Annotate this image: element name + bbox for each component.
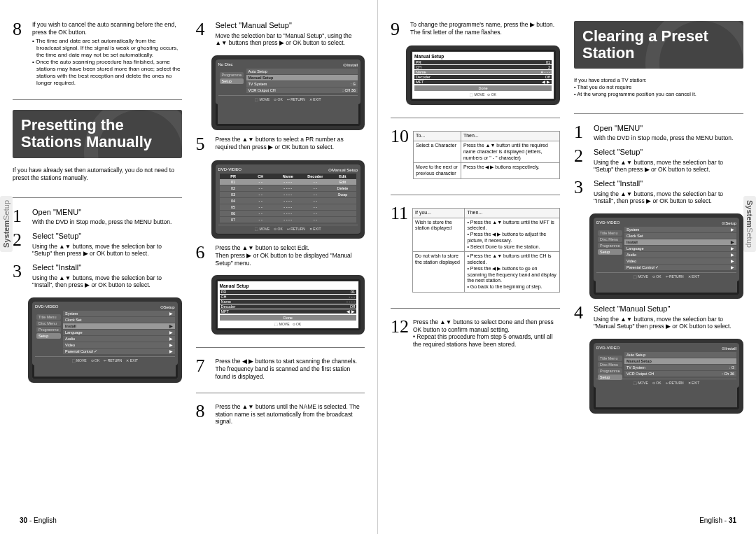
col-3: 9 To change the programme's name, press … <box>391 21 560 513</box>
page-30: SystemSetup 8 If you wish to cancel the … <box>0 0 378 534</box>
side-tab-system-r: System <box>746 200 754 227</box>
tv-pr-grid: DVD-VIDEO⊙Manual Setup PR CH Name Decode… <box>211 160 365 239</box>
step-9: 9 To change the programme's name, press … <box>391 21 560 37</box>
col-2: 4 Select "Manual Setup" Move the selecti… <box>196 21 365 513</box>
clearing-intro: If you have stored a TV station: • That … <box>574 77 743 97</box>
step-4-manual: 4 Select "Manual Setup" Move the selecti… <box>196 21 365 47</box>
step-11: 11 If you...Then... Wish to store the st… <box>391 205 560 295</box>
step-c2: 2 Select "Setup" Using the ▲▼ buttons, m… <box>574 148 743 174</box>
tv-install-menu-r: DVD-VIDEO⊙Setup Title Menu Disc Menu Pro… <box>589 213 743 299</box>
side-tab-left: SystemSetup <box>0 196 13 252</box>
side-tab-system: System <box>2 220 10 248</box>
tv-ms-box-6: Manual Setup PR01 CH- - - Name- - - - De… <box>211 275 365 335</box>
col-1: 8 If you wish to cancel the auto scannin… <box>13 21 182 513</box>
step-1-menu: 1 Open "MENU" With the DVD in Stop mode,… <box>13 208 182 226</box>
heading-presetting: Presetting the Stations Manually <box>13 110 182 157</box>
side-tab-right: SystemSetup <box>743 196 756 252</box>
step-c3: 3 Select "Install" Using the ▲▼ buttons,… <box>574 179 743 205</box>
step-c1: 1 Open "MENU" With the DVD in Stop mode,… <box>574 124 743 142</box>
table-10: To...Then... Select a CharacterPress the… <box>413 131 560 179</box>
tv-install-menu: DVD-VIDEO⊙Setup Title Menu Disc Menu Pro… <box>28 297 182 383</box>
table-11: If you...Then... Wish to store the stati… <box>412 208 560 293</box>
side-tab-setup-r: Setup <box>746 227 754 248</box>
tv-manual-menu-r: DVD-VIDEO⊙Install Title Menu Disc Menu P… <box>589 339 743 414</box>
step-6: 6 Press the ▲▼ button to select Edit. Th… <box>196 244 365 267</box>
step-3-install: 3 Select "Install" Using the ▲▼ buttons,… <box>13 263 182 289</box>
step-7: 7 Press the ◀ ▶ buttons to start scannin… <box>196 358 365 380</box>
col-4: Clearing a Preset Station If you have st… <box>574 21 743 513</box>
tv-manual-menu: No Disc⊙Install Programme Setup Auto Set… <box>211 55 365 130</box>
step-5: 5 Press the ▲▼ buttons to select a PR nu… <box>196 136 365 152</box>
side-tab-setup: Setup <box>2 200 10 220</box>
step-c4: 4 Select "Manual Setup" Using the ▲▼ but… <box>574 304 743 330</box>
tv-ms-box-9: Manual Setup PR01 CH2 NameA - - - Decode… <box>406 45 560 105</box>
heading-clearing: Clearing a Preset Station <box>574 21 743 69</box>
step-12: 12 Press the ▲▼ buttons to select Done a… <box>391 318 560 349</box>
page-31: SystemSetup 9 To change the programme's … <box>378 0 756 534</box>
step-2-setup: 2 Select "Setup" Using the ▲▼ buttons, m… <box>13 232 182 258</box>
presetting-intro: If you have already set then automatical… <box>13 167 182 182</box>
step-8-auto: 8 If you wish to cancel the auto scannin… <box>13 21 182 87</box>
step-10: 10 To...Then... Select a CharacterPress … <box>391 128 560 182</box>
page-num-left: 30 - English <box>20 517 57 524</box>
step-8b: 8 Press the ▲▼ buttons until the NAME is… <box>196 403 365 426</box>
page-num-right: English - 31 <box>699 517 736 524</box>
